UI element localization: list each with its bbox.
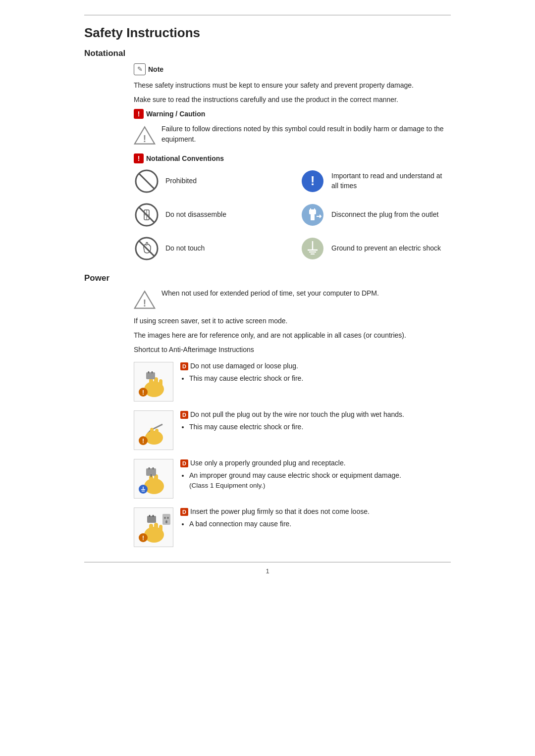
important-icon: ! — [300, 168, 325, 194]
note-icon — [134, 63, 146, 75]
svg-point-61 — [165, 520, 167, 523]
disconnect-icon — [300, 202, 325, 228]
no-touch-icon — [134, 236, 160, 261]
warning-label-row: ! Warning / Caution — [134, 109, 451, 119]
page-number: 1 — [84, 567, 451, 575]
warning-label: Warning / Caution — [146, 110, 205, 118]
power-item-1-icon: D — [180, 362, 188, 370]
note-text2: Make sure to read the instructions caref… — [134, 95, 451, 105]
svg-rect-15 — [311, 214, 315, 220]
page: Safety Instructions Notational Note Thes… — [54, 0, 481, 756]
convention-ground-text: Ground to prevent an electric shock — [331, 244, 441, 253]
conventions-grid: Prohibited ! Important to read and under… — [134, 168, 451, 261]
svg-text:!: ! — [143, 298, 146, 308]
power-item-2-bullet: This may cause electric shock or fire. — [189, 422, 451, 432]
convention-prohibited-text: Prohibited — [165, 176, 197, 186]
power-item-4-bullets: A bad connection may cause fire. — [189, 519, 451, 529]
power-item-3-content: D Use only a properly grounded plug and … — [180, 459, 451, 489]
svg-text:!: ! — [142, 535, 144, 542]
convention-no-disassemble-text: Do not disassemble — [165, 210, 226, 220]
power-item-1: ! D Do not use damaged or loose plug. Th… — [134, 362, 451, 402]
power-item-2-content: D Do not pull the plug out by the wire n… — [180, 410, 451, 433]
svg-rect-28 — [154, 377, 158, 390]
power-img-3-svg — [135, 460, 172, 498]
svg-rect-36 — [150, 428, 154, 439]
power-item-3: D Use only a properly grounded plug and … — [134, 459, 451, 499]
svg-rect-30 — [146, 372, 155, 379]
power-img-4-svg: ! — [135, 509, 172, 546]
svg-rect-27 — [149, 378, 153, 391]
convention-no-touch: Do not touch — [134, 236, 285, 261]
triangle-warning-icon: ! — [134, 125, 156, 147]
power-item-1-bullet: This may cause electric shock or fire. — [189, 373, 451, 384]
power-section: Power ! When not used for extended perio… — [84, 273, 451, 547]
warning-icon: ! — [134, 109, 144, 119]
power-item-4-content: D Insert the power plug firmly so that i… — [180, 507, 451, 530]
power-img-1-svg: ! — [135, 363, 172, 401]
power-item-1-main: D Do not use damaged or loose plug. — [180, 362, 451, 370]
power-triangle-icon: ! — [134, 289, 156, 311]
svg-rect-42 — [154, 474, 158, 487]
svg-text:!: ! — [142, 438, 144, 445]
power-item-1-bullets: This may cause electric shock or fire. — [189, 373, 451, 384]
power-item-2-icon: D — [180, 411, 188, 419]
svg-rect-37 — [155, 429, 159, 439]
convention-important-text: Important to read and understand at all … — [331, 171, 451, 191]
notational-content: Note These safety instructions must be k… — [134, 63, 451, 261]
notational-heading: Notational — [84, 49, 451, 58]
svg-point-60 — [167, 517, 169, 519]
svg-text:!: ! — [311, 173, 315, 188]
svg-point-59 — [164, 517, 166, 519]
convention-disconnect-text: Disconnect the plug from the outlet — [331, 210, 438, 220]
prohibited-icon — [134, 168, 160, 194]
page-title: Safety Instructions — [84, 25, 451, 41]
power-para1: If using screen saver, set it to active … — [134, 316, 451, 326]
bottom-rule — [84, 562, 451, 562]
power-item-1-text: Do not use damaged or loose plug. — [190, 362, 298, 370]
power-item-3-bullet: An improper ground may cause electric sh… — [189, 470, 451, 481]
power-item-4-image: ! — [134, 507, 173, 547]
power-items-list: ! D Do not use damaged or loose plug. Th… — [134, 362, 451, 547]
power-item-3-bullets: An improper ground may cause electric sh… — [189, 470, 451, 481]
power-item-4: ! D Insert the power plug firmly so that… — [134, 507, 451, 547]
power-item-2-text: Do not pull the plug out by the wire nor… — [190, 410, 404, 418]
power-item-2: ! D Do not pull the plug out by the wire… — [134, 410, 451, 450]
power-para3: Shortcut to Anti-Afterimage Instructions — [134, 345, 451, 355]
power-item-4-text: Insert the power plug firmly so that it … — [190, 507, 370, 515]
power-item-3-main: D Use only a properly grounded plug and … — [180, 459, 451, 467]
svg-rect-54 — [159, 525, 162, 536]
power-item-3-icon: D — [180, 459, 188, 467]
convention-prohibited: Prohibited — [134, 168, 285, 194]
warning-block: ! Failure to follow directions noted by … — [134, 124, 451, 147]
svg-rect-53 — [154, 523, 158, 535]
conventions-heading-row: ! Notational Conventions — [134, 153, 451, 163]
conventions-warning-icon: ! — [134, 153, 144, 163]
power-item-2-image: ! — [134, 410, 173, 450]
power-heading: Power — [84, 273, 451, 283]
conventions-heading: Notational Conventions — [146, 154, 224, 162]
svg-text:!: ! — [143, 133, 146, 144]
ground-icon — [300, 236, 325, 261]
convention-no-disassemble: Do not disassemble — [134, 202, 285, 228]
power-item-4-icon: D — [180, 508, 188, 516]
power-warning-text1: When not used for extended period of tim… — [161, 288, 451, 299]
note-label: Note — [148, 65, 163, 73]
note-row: Note — [134, 63, 451, 75]
power-item-2-main: D Do not pull the plug out by the wire n… — [180, 410, 451, 419]
power-item-3-sub: (Class 1 Equipment only.) — [189, 482, 451, 489]
power-item-3-text: Use only a properly grounded plug and re… — [190, 459, 346, 467]
power-para2: The images here are for reference only, … — [134, 330, 451, 341]
power-content: ! When not used for extended period of t… — [134, 288, 451, 547]
convention-important: ! Important to read and understand at al… — [300, 168, 451, 194]
power-item-2-bullets: This may cause electric shock or fire. — [189, 422, 451, 432]
power-item-3-image — [134, 459, 173, 499]
convention-disconnect: Disconnect the plug from the outlet — [300, 202, 451, 228]
no-disassemble-icon — [134, 202, 160, 228]
power-item-4-bullet: A bad connection may cause fire. — [189, 519, 451, 529]
svg-line-3 — [139, 174, 154, 189]
power-item-4-main: D Insert the power plug firmly so that i… — [180, 507, 451, 516]
convention-ground: Ground to prevent an electric shock — [300, 236, 451, 261]
svg-rect-29 — [159, 379, 162, 390]
svg-point-35 — [145, 431, 163, 445]
power-img-2-svg: ! — [135, 412, 172, 449]
